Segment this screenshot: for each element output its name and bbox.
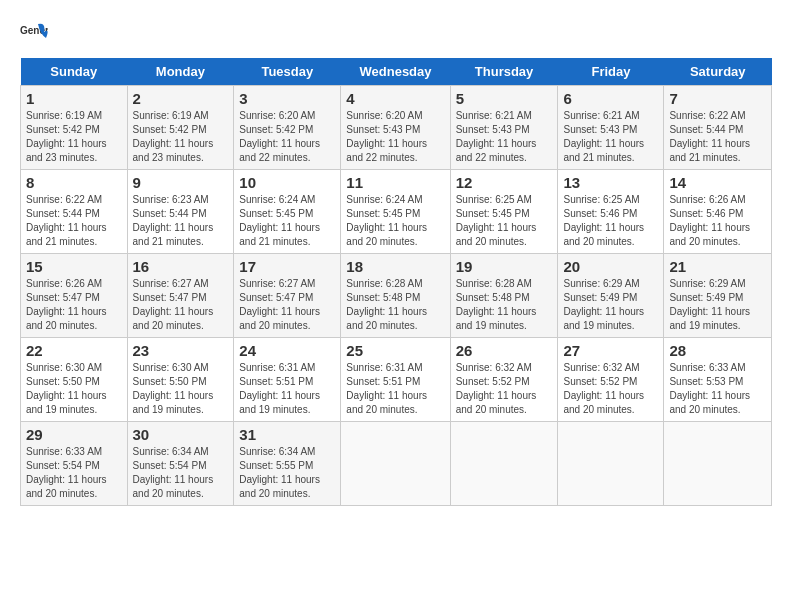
- day-info: Sunrise: 6:33 AMSunset: 5:54 PMDaylight:…: [26, 446, 107, 499]
- header-row: SundayMondayTuesdayWednesdayThursdayFrid…: [21, 58, 772, 86]
- calendar-body: 1 Sunrise: 6:19 AMSunset: 5:42 PMDayligh…: [21, 86, 772, 506]
- week-row-2: 8 Sunrise: 6:22 AMSunset: 5:44 PMDayligh…: [21, 170, 772, 254]
- day-info: Sunrise: 6:25 AMSunset: 5:45 PMDaylight:…: [456, 194, 537, 247]
- calendar-cell: 27 Sunrise: 6:32 AMSunset: 5:52 PMDaylig…: [558, 338, 664, 422]
- calendar-cell: [664, 422, 772, 506]
- day-number: 16: [133, 258, 229, 275]
- header: General: [20, 20, 772, 48]
- day-info: Sunrise: 6:30 AMSunset: 5:50 PMDaylight:…: [133, 362, 214, 415]
- day-info: Sunrise: 6:19 AMSunset: 5:42 PMDaylight:…: [26, 110, 107, 163]
- calendar-cell: 29 Sunrise: 6:33 AMSunset: 5:54 PMDaylig…: [21, 422, 128, 506]
- day-number: 24: [239, 342, 335, 359]
- day-info: Sunrise: 6:32 AMSunset: 5:52 PMDaylight:…: [563, 362, 644, 415]
- day-info: Sunrise: 6:34 AMSunset: 5:54 PMDaylight:…: [133, 446, 214, 499]
- day-number: 19: [456, 258, 553, 275]
- day-number: 1: [26, 90, 122, 107]
- day-number: 28: [669, 342, 766, 359]
- day-number: 14: [669, 174, 766, 191]
- calendar-cell: 21 Sunrise: 6:29 AMSunset: 5:49 PMDaylig…: [664, 254, 772, 338]
- day-info: Sunrise: 6:29 AMSunset: 5:49 PMDaylight:…: [563, 278, 644, 331]
- day-info: Sunrise: 6:31 AMSunset: 5:51 PMDaylight:…: [239, 362, 320, 415]
- day-info: Sunrise: 6:33 AMSunset: 5:53 PMDaylight:…: [669, 362, 750, 415]
- day-info: Sunrise: 6:19 AMSunset: 5:42 PMDaylight:…: [133, 110, 214, 163]
- calendar-cell: 28 Sunrise: 6:33 AMSunset: 5:53 PMDaylig…: [664, 338, 772, 422]
- header-day-wednesday: Wednesday: [341, 58, 450, 86]
- calendar-cell: 22 Sunrise: 6:30 AMSunset: 5:50 PMDaylig…: [21, 338, 128, 422]
- day-number: 13: [563, 174, 658, 191]
- calendar-cell: 3 Sunrise: 6:20 AMSunset: 5:42 PMDayligh…: [234, 86, 341, 170]
- calendar-cell: 26 Sunrise: 6:32 AMSunset: 5:52 PMDaylig…: [450, 338, 558, 422]
- header-day-sunday: Sunday: [21, 58, 128, 86]
- day-info: Sunrise: 6:24 AMSunset: 5:45 PMDaylight:…: [239, 194, 320, 247]
- day-number: 5: [456, 90, 553, 107]
- header-day-tuesday: Tuesday: [234, 58, 341, 86]
- day-number: 17: [239, 258, 335, 275]
- calendar-cell: 12 Sunrise: 6:25 AMSunset: 5:45 PMDaylig…: [450, 170, 558, 254]
- day-info: Sunrise: 6:20 AMSunset: 5:42 PMDaylight:…: [239, 110, 320, 163]
- day-info: Sunrise: 6:21 AMSunset: 5:43 PMDaylight:…: [456, 110, 537, 163]
- week-row-4: 22 Sunrise: 6:30 AMSunset: 5:50 PMDaylig…: [21, 338, 772, 422]
- day-number: 8: [26, 174, 122, 191]
- calendar-cell: 1 Sunrise: 6:19 AMSunset: 5:42 PMDayligh…: [21, 86, 128, 170]
- calendar-cell: 7 Sunrise: 6:22 AMSunset: 5:44 PMDayligh…: [664, 86, 772, 170]
- day-info: Sunrise: 6:31 AMSunset: 5:51 PMDaylight:…: [346, 362, 427, 415]
- day-info: Sunrise: 6:29 AMSunset: 5:49 PMDaylight:…: [669, 278, 750, 331]
- calendar-table: SundayMondayTuesdayWednesdayThursdayFrid…: [20, 58, 772, 506]
- calendar-cell: 14 Sunrise: 6:26 AMSunset: 5:46 PMDaylig…: [664, 170, 772, 254]
- day-number: 10: [239, 174, 335, 191]
- calendar-cell: 9 Sunrise: 6:23 AMSunset: 5:44 PMDayligh…: [127, 170, 234, 254]
- day-number: 31: [239, 426, 335, 443]
- logo: General: [20, 20, 52, 48]
- day-number: 18: [346, 258, 444, 275]
- calendar-cell: 4 Sunrise: 6:20 AMSunset: 5:43 PMDayligh…: [341, 86, 450, 170]
- calendar-cell: 15 Sunrise: 6:26 AMSunset: 5:47 PMDaylig…: [21, 254, 128, 338]
- day-number: 27: [563, 342, 658, 359]
- calendar-cell: [450, 422, 558, 506]
- calendar-cell: 20 Sunrise: 6:29 AMSunset: 5:49 PMDaylig…: [558, 254, 664, 338]
- week-row-5: 29 Sunrise: 6:33 AMSunset: 5:54 PMDaylig…: [21, 422, 772, 506]
- calendar-cell: 25 Sunrise: 6:31 AMSunset: 5:51 PMDaylig…: [341, 338, 450, 422]
- day-info: Sunrise: 6:28 AMSunset: 5:48 PMDaylight:…: [456, 278, 537, 331]
- day-number: 25: [346, 342, 444, 359]
- calendar-cell: 13 Sunrise: 6:25 AMSunset: 5:46 PMDaylig…: [558, 170, 664, 254]
- day-info: Sunrise: 6:27 AMSunset: 5:47 PMDaylight:…: [239, 278, 320, 331]
- header-day-friday: Friday: [558, 58, 664, 86]
- day-number: 2: [133, 90, 229, 107]
- calendar-cell: [341, 422, 450, 506]
- header-day-thursday: Thursday: [450, 58, 558, 86]
- day-info: Sunrise: 6:32 AMSunset: 5:52 PMDaylight:…: [456, 362, 537, 415]
- week-row-3: 15 Sunrise: 6:26 AMSunset: 5:47 PMDaylig…: [21, 254, 772, 338]
- day-number: 20: [563, 258, 658, 275]
- calendar-cell: [558, 422, 664, 506]
- day-number: 21: [669, 258, 766, 275]
- day-info: Sunrise: 6:25 AMSunset: 5:46 PMDaylight:…: [563, 194, 644, 247]
- day-info: Sunrise: 6:22 AMSunset: 5:44 PMDaylight:…: [26, 194, 107, 247]
- day-info: Sunrise: 6:34 AMSunset: 5:55 PMDaylight:…: [239, 446, 320, 499]
- day-number: 12: [456, 174, 553, 191]
- day-number: 30: [133, 426, 229, 443]
- calendar-cell: 17 Sunrise: 6:27 AMSunset: 5:47 PMDaylig…: [234, 254, 341, 338]
- day-info: Sunrise: 6:23 AMSunset: 5:44 PMDaylight:…: [133, 194, 214, 247]
- calendar-cell: 11 Sunrise: 6:24 AMSunset: 5:45 PMDaylig…: [341, 170, 450, 254]
- day-info: Sunrise: 6:20 AMSunset: 5:43 PMDaylight:…: [346, 110, 427, 163]
- day-number: 29: [26, 426, 122, 443]
- calendar-cell: 5 Sunrise: 6:21 AMSunset: 5:43 PMDayligh…: [450, 86, 558, 170]
- header-day-saturday: Saturday: [664, 58, 772, 86]
- calendar-cell: 6 Sunrise: 6:21 AMSunset: 5:43 PMDayligh…: [558, 86, 664, 170]
- calendar-cell: 23 Sunrise: 6:30 AMSunset: 5:50 PMDaylig…: [127, 338, 234, 422]
- logo-icon: General: [20, 20, 48, 48]
- week-row-1: 1 Sunrise: 6:19 AMSunset: 5:42 PMDayligh…: [21, 86, 772, 170]
- calendar-header: SundayMondayTuesdayWednesdayThursdayFrid…: [21, 58, 772, 86]
- header-day-monday: Monday: [127, 58, 234, 86]
- calendar-cell: 31 Sunrise: 6:34 AMSunset: 5:55 PMDaylig…: [234, 422, 341, 506]
- day-number: 15: [26, 258, 122, 275]
- day-info: Sunrise: 6:26 AMSunset: 5:46 PMDaylight:…: [669, 194, 750, 247]
- day-info: Sunrise: 6:28 AMSunset: 5:48 PMDaylight:…: [346, 278, 427, 331]
- calendar-cell: 30 Sunrise: 6:34 AMSunset: 5:54 PMDaylig…: [127, 422, 234, 506]
- day-info: Sunrise: 6:21 AMSunset: 5:43 PMDaylight:…: [563, 110, 644, 163]
- day-number: 23: [133, 342, 229, 359]
- calendar-cell: 24 Sunrise: 6:31 AMSunset: 5:51 PMDaylig…: [234, 338, 341, 422]
- day-number: 22: [26, 342, 122, 359]
- day-info: Sunrise: 6:30 AMSunset: 5:50 PMDaylight:…: [26, 362, 107, 415]
- day-info: Sunrise: 6:26 AMSunset: 5:47 PMDaylight:…: [26, 278, 107, 331]
